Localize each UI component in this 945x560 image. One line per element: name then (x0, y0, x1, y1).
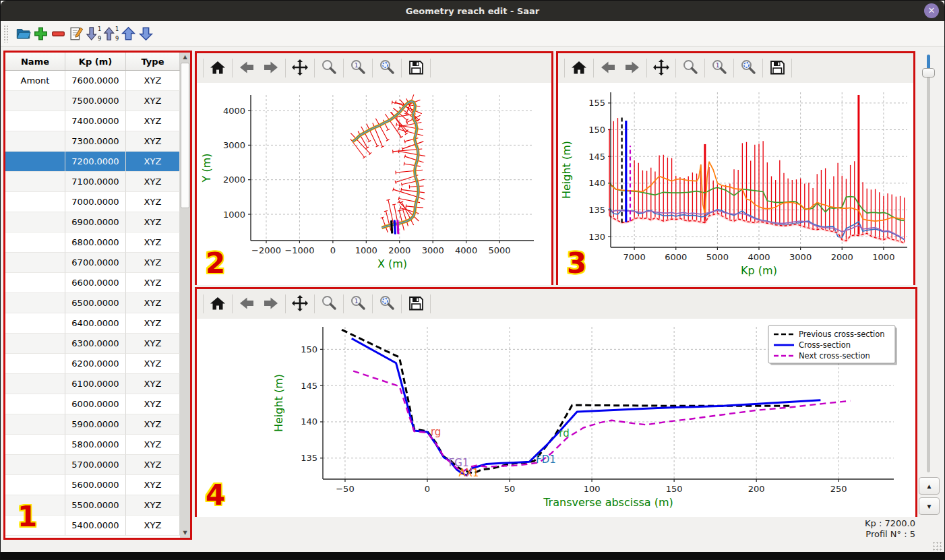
long-profile-chart[interactable]: 7000600050004000300020001000130135140145… (558, 83, 913, 282)
home-button[interactable] (208, 57, 228, 80)
zoom-one-button[interactable] (709, 57, 729, 80)
toolbar-divider (314, 294, 315, 313)
table-row[interactable]: 7200.0000XYZ (5, 152, 190, 172)
resize-grip[interactable] (932, 541, 942, 551)
status-readout: Kp : 7200.0 Profil N° : 5 (708, 518, 915, 540)
forward-icon (623, 59, 641, 76)
profile-slider-track[interactable] (927, 55, 930, 472)
forward-icon (262, 294, 280, 312)
table-row[interactable]: 6600.0000XYZ (5, 273, 190, 293)
svg-text:1000: 1000 (223, 210, 245, 220)
zoom-fit-icon (378, 294, 396, 312)
table-row[interactable]: 5900.0000XYZ (5, 414, 190, 435)
svg-text:5000: 5000 (706, 252, 729, 262)
cross-section-chart[interactable]: −50050100150200250135140145150rgFG1AX1FD… (197, 319, 915, 514)
zoom-fit-button[interactable] (377, 292, 397, 315)
forward-button[interactable] (261, 292, 281, 315)
home-button[interactable] (208, 292, 228, 315)
scrollbar-up-icon[interactable]: ▲ (180, 53, 190, 62)
cell-name (5, 172, 65, 192)
save-button[interactable] (767, 57, 787, 80)
cell-type: XYZ (126, 313, 180, 334)
sort-descending-button[interactable]: 19 (85, 24, 102, 44)
remove-row-button[interactable] (50, 24, 67, 44)
svg-text:9: 9 (98, 35, 101, 42)
profile-up-button[interactable]: ▲ (919, 477, 940, 495)
cell-kp: 6600.0000 (65, 273, 126, 293)
table-row[interactable]: 7100.0000XYZ (5, 172, 190, 192)
zoom-one-icon (349, 59, 367, 76)
table-row[interactable]: 6400.0000XYZ (5, 313, 190, 334)
plot-toolbar-profile (558, 53, 913, 83)
toolbar-grip-handle[interactable] (3, 25, 9, 42)
table-row[interactable]: 6300.0000XYZ (5, 334, 190, 354)
svg-text:Kp (m): Kp (m) (741, 264, 777, 277)
table-row[interactable]: 6700.0000XYZ (5, 253, 190, 273)
zoom-button[interactable] (319, 292, 339, 315)
back-button[interactable] (237, 57, 257, 80)
table-row[interactable]: 6900.0000XYZ (5, 212, 190, 232)
plan-view-chart[interactable]: −2000−1000010002000300040005000100020003… (197, 83, 551, 282)
cell-name (5, 293, 65, 313)
back-button[interactable] (237, 292, 257, 315)
zoom-fit-button[interactable] (738, 57, 758, 80)
cell-type: XYZ (126, 71, 180, 91)
header-kp[interactable]: Kp (m) (65, 53, 126, 70)
scrollbar-thumb[interactable] (181, 63, 189, 208)
svg-text:200: 200 (748, 484, 765, 494)
cell-name (5, 435, 65, 455)
table-scrollbar[interactable]: ▲ ▼ (180, 53, 190, 538)
header-type[interactable]: Type (126, 53, 180, 70)
svg-text:50: 50 (504, 484, 516, 494)
table-row[interactable]: 5600.0000XYZ (5, 475, 190, 495)
table-row[interactable]: 7000.0000XYZ (5, 192, 190, 212)
table-row[interactable]: 6000.0000XYZ (5, 394, 190, 414)
move-down-button[interactable] (138, 24, 154, 44)
cell-type: XYZ (126, 495, 180, 516)
cell-kp: 6900.0000 (65, 212, 126, 232)
profile-down-button[interactable]: ▼ (919, 497, 940, 515)
edit-row-button[interactable] (67, 24, 84, 44)
back-button[interactable] (598, 57, 618, 80)
home-button[interactable] (569, 57, 589, 80)
zoom-button[interactable] (319, 57, 339, 80)
pan-button[interactable] (651, 57, 671, 80)
svg-text:150: 150 (666, 484, 683, 494)
pan-icon (652, 59, 670, 76)
table-row[interactable]: 6100.0000XYZ (5, 374, 190, 394)
move-up-button[interactable] (120, 24, 137, 44)
table-row[interactable]: 5700.0000XYZ (5, 455, 190, 475)
title-bar: Geometry reach edit - Saar ✕ (1, 1, 944, 21)
zoom-one-button[interactable] (348, 292, 368, 315)
pan-button[interactable] (290, 57, 310, 80)
table-row[interactable]: 6500.0000XYZ (5, 293, 190, 313)
zoom-one-button[interactable] (348, 57, 368, 80)
pan-button[interactable] (290, 292, 310, 315)
table-row[interactable]: 6800.0000XYZ (5, 232, 190, 253)
toolbar-divider (372, 294, 373, 313)
profile-slider-handle[interactable] (922, 68, 935, 77)
cell-name (5, 414, 65, 435)
add-row-button[interactable] (32, 24, 49, 44)
save-button[interactable] (406, 57, 426, 80)
scrollbar-down-icon[interactable]: ▼ (180, 528, 190, 538)
open-folder-button[interactable] (15, 24, 32, 44)
table-row[interactable]: 5800.0000XYZ (5, 435, 190, 455)
table-row[interactable]: 7500.0000XYZ (5, 91, 190, 111)
table-row[interactable]: Amont7600.0000XYZ (5, 71, 190, 91)
forward-button[interactable] (622, 57, 642, 80)
toolbar-divider (401, 294, 402, 313)
save-button[interactable] (406, 292, 426, 315)
pan-icon (291, 294, 309, 312)
header-name[interactable]: Name (5, 53, 65, 70)
move-up-icon (120, 26, 137, 42)
table-row[interactable]: 7300.0000XYZ (5, 131, 190, 152)
zoom-fit-button[interactable] (377, 57, 397, 80)
table-row[interactable]: 7400.0000XYZ (5, 111, 190, 131)
table-row[interactable]: 6200.0000XYZ (5, 354, 190, 374)
zoom-button[interactable] (680, 57, 700, 80)
close-button[interactable]: ✕ (924, 3, 939, 18)
sort-ascending-button[interactable]: 19 (102, 24, 119, 44)
forward-button[interactable] (261, 57, 281, 80)
svg-text:130: 130 (588, 232, 605, 242)
